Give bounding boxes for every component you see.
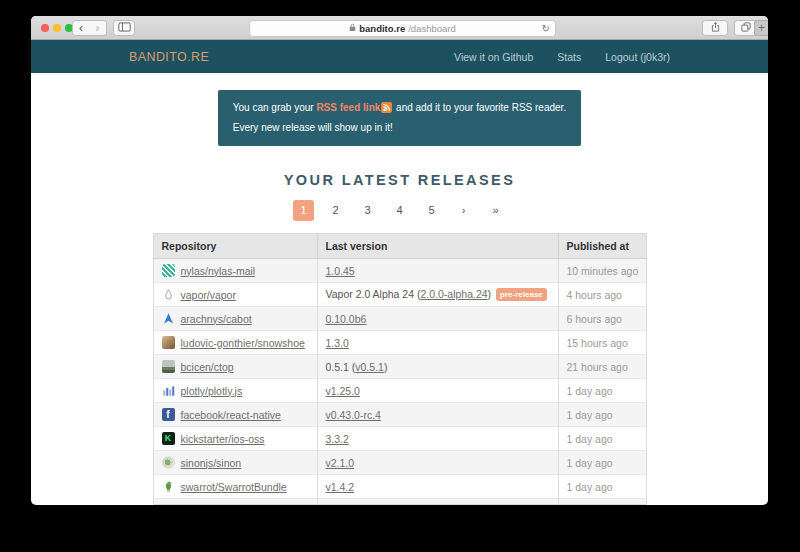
- table-row: ludovic-gonthier/snowshoe1.3.015 hours a…: [153, 331, 646, 355]
- version-link[interactable]: 1.3.0: [326, 337, 349, 349]
- table-row: Kkickstarter/ios-oss3.3.21 day ago: [153, 427, 646, 451]
- published-at: 10 minutes ago: [558, 259, 646, 283]
- desktop-background: ‹ › bandito.re/dashboard ↻: [0, 0, 800, 552]
- page-last[interactable]: »: [485, 200, 506, 221]
- refresh-icon[interactable]: ↻: [542, 21, 550, 36]
- table-row: bcicen/ctop0.5.1 (v0.5.1)21 hours ago: [153, 355, 646, 379]
- repo-link[interactable]: ludovic-gonthier/snowshoe: [181, 337, 305, 349]
- page-2[interactable]: 2: [325, 200, 346, 221]
- url-host: bandito.re: [359, 23, 405, 34]
- navbar-links: View it on GithubStatsLogout (j0k3r): [454, 51, 670, 63]
- column-header: Published at: [558, 234, 646, 259]
- published-at: 1 day ago: [558, 403, 646, 427]
- rss-feed-link[interactable]: RSS feed link: [316, 102, 380, 113]
- page-5[interactable]: 5: [421, 200, 442, 221]
- sinon-icon: [162, 456, 175, 469]
- table-row: arachnys/cabot0.10.0b66 hours ago: [153, 307, 646, 331]
- table-body: nylas/nylas-mail1.0.4510 minutes agovapo…: [153, 259, 646, 505]
- plotly-chart-icon: [162, 384, 175, 397]
- repo-link[interactable]: sinonjs/sinon: [181, 457, 242, 469]
- version-link[interactable]: v2.1.0: [326, 457, 355, 469]
- parrot-icon: [162, 480, 175, 493]
- repo-link[interactable]: vapor/vapor: [181, 289, 236, 301]
- lock-icon: [349, 23, 356, 34]
- releases-table: RepositoryLast versionPublished at nylas…: [153, 233, 647, 505]
- table-row: plotly/plotly.jsv1.25.01 day ago: [153, 379, 646, 403]
- table-row: vapor/vaporVapor 2.0 Alpha 24 (2.0.0-alp…: [153, 283, 646, 307]
- back-button[interactable]: ‹: [72, 20, 90, 36]
- nav-link-logout[interactable]: Logout (j0k3r): [605, 51, 670, 63]
- version-link[interactable]: 2.0.0-alpha.24: [420, 288, 487, 300]
- brand-link[interactable]: BANDITO.RE: [129, 50, 209, 64]
- sidebar-icon: [118, 22, 131, 34]
- nav-link-github[interactable]: View it on Github: [454, 51, 533, 63]
- droplet-icon: [162, 288, 175, 301]
- table-row: ffacebook/react-nativev0.43.0-rc.41 day …: [153, 403, 646, 427]
- published-at: 1 day ago: [558, 427, 646, 451]
- published-at: 4 hours ago: [558, 283, 646, 307]
- arrow-icon: [162, 312, 175, 325]
- forward-button[interactable]: ›: [89, 20, 107, 36]
- page-4[interactable]: 4: [389, 200, 410, 221]
- sidebar-button[interactable]: [113, 20, 135, 36]
- site-navbar: BANDITO.RE View it on GithubStatsLogout …: [31, 40, 768, 73]
- page-3[interactable]: 3: [357, 200, 378, 221]
- nav-link-stats[interactable]: Stats: [557, 51, 581, 63]
- repo-link[interactable]: kickstarter/ios-oss: [181, 433, 265, 445]
- repo-link[interactable]: facebook/react-native: [181, 409, 281, 421]
- version-link[interactable]: 0.10.0b6: [326, 313, 367, 325]
- version-link[interactable]: v0.5.1: [355, 361, 384, 373]
- version-link[interactable]: v0.43.0-rc.4: [326, 409, 381, 421]
- page-next[interactable]: ›: [453, 200, 474, 221]
- facebook-icon: f: [162, 408, 175, 421]
- version-link[interactable]: v1.25.0: [326, 385, 360, 397]
- column-header: Last version: [317, 234, 558, 259]
- new-tab-button[interactable]: +: [754, 20, 768, 36]
- rss-alert-line2: Every new release will show up in it!: [233, 118, 566, 138]
- rss-alert-line1: You can grab your RSS feed link and add …: [233, 98, 566, 118]
- table-row-partial: [153, 499, 646, 505]
- table-row: swarrot/SwarrotBundlev1.4.21 day ago: [153, 475, 646, 499]
- version-text: 0.5.1 (: [326, 361, 356, 373]
- browser-window: ‹ › bandito.re/dashboard ↻: [31, 16, 768, 505]
- published-at: 1 day ago: [558, 475, 646, 499]
- published-at: 21 hours ago: [558, 355, 646, 379]
- rss-alert: You can grab your RSS feed link and add …: [218, 90, 581, 146]
- avatar-photo: [162, 336, 175, 349]
- published-at: 1 day ago: [558, 379, 646, 403]
- table-row: sinonjs/sinonv2.1.01 day ago: [153, 451, 646, 475]
- repo-link[interactable]: plotly/plotly.js: [181, 385, 243, 397]
- url-path: /dashboard: [408, 23, 456, 34]
- rss-icon: [381, 100, 392, 111]
- share-icon: [710, 21, 721, 35]
- table-header-row: RepositoryLast versionPublished at: [153, 234, 646, 259]
- column-header: Repository: [153, 234, 317, 259]
- repo-link[interactable]: swarrot/SwarrotBundle: [181, 481, 287, 493]
- close-window-button[interactable]: [41, 24, 49, 32]
- published-at: 15 hours ago: [558, 331, 646, 355]
- version-text: ): [384, 361, 388, 373]
- url-bar[interactable]: bandito.re/dashboard ↻: [249, 20, 556, 37]
- version-link[interactable]: 3.3.2: [326, 433, 349, 445]
- pre-release-badge: pre-release: [496, 288, 547, 301]
- alert-text: You can grab your: [233, 102, 317, 113]
- share-button[interactable]: [702, 20, 728, 36]
- page-content: You can grab your RSS feed link and add …: [31, 90, 768, 505]
- published-at: 1 day ago: [558, 451, 646, 475]
- version-link[interactable]: v1.4.2: [326, 481, 355, 493]
- page-1[interactable]: 1: [293, 200, 314, 221]
- table-row: nylas/nylas-mail1.0.4510 minutes ago: [153, 259, 646, 283]
- alert-text: and add it to your favorite RSS reader.: [393, 102, 566, 113]
- version-link[interactable]: 1.0.45: [326, 265, 355, 277]
- repo-link[interactable]: arachnys/cabot: [181, 313, 252, 325]
- kickstarter-icon: K: [162, 432, 175, 445]
- page-title: YOUR LATEST RELEASES: [31, 172, 768, 188]
- window-controls: [41, 24, 73, 32]
- repo-link[interactable]: nylas/nylas-mail: [181, 265, 256, 277]
- version-text: Vapor 2.0 Alpha 24 (: [326, 288, 421, 300]
- tabs-icon: [740, 21, 752, 35]
- repo-link[interactable]: bcicen/ctop: [181, 361, 234, 373]
- minimize-window-button[interactable]: [53, 24, 61, 32]
- published-at: 6 hours ago: [558, 307, 646, 331]
- version-text: ): [488, 288, 492, 300]
